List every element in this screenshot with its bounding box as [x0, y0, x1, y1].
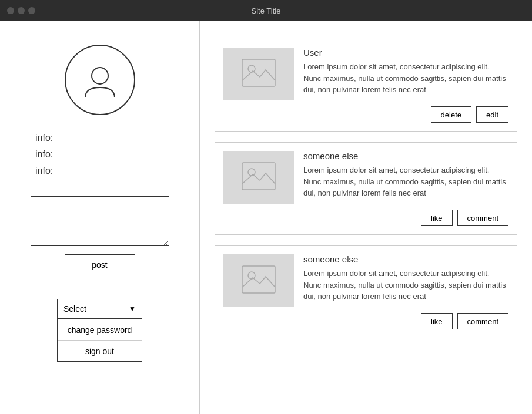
like-button-3[interactable]: like	[421, 313, 453, 329]
main-content: User Lorem ipsum dolor sit amet, consect…	[200, 21, 532, 414]
card-2-top: someone else Lorem ipsum dolor sit amet,…	[223, 151, 508, 204]
minimize-button[interactable]	[18, 7, 25, 14]
card-3-body: someone else Lorem ipsum dolor sit amet,…	[303, 254, 508, 307]
traffic-lights	[7, 7, 35, 14]
card-2-username: someone else	[303, 151, 508, 161]
card-1-top: User Lorem ipsum dolor sit amet, consect…	[223, 48, 508, 100]
card-2-text: Lorem ipsum dolor sit amet, consectetur …	[303, 164, 508, 199]
main-window: info: info: info: post Select ▼ change p…	[0, 21, 532, 414]
card-3-username: someone else	[303, 254, 508, 264]
svg-point-0	[92, 68, 108, 84]
card-1-image	[223, 48, 294, 100]
card-1-actions: delete edit	[223, 106, 508, 123]
select-label: Select	[63, 304, 86, 314]
dropdown-menu: change password sign out	[57, 319, 142, 362]
like-button-2[interactable]: like	[421, 210, 453, 226]
post-button[interactable]: post	[65, 254, 135, 275]
card-2-actions: like comment	[223, 210, 508, 226]
post-textarea[interactable]	[31, 196, 169, 246]
card-2-body: someone else Lorem ipsum dolor sit amet,…	[303, 151, 508, 204]
sign-out-item[interactable]: sign out	[58, 340, 142, 361]
svg-point-6	[248, 272, 255, 279]
card-1-username: User	[303, 48, 508, 58]
card-3-actions: like comment	[223, 313, 508, 329]
delete-button[interactable]: delete	[431, 106, 471, 123]
image-placeholder-icon	[241, 58, 276, 90]
image-placeholder-icon	[241, 161, 276, 193]
svg-point-2	[248, 65, 255, 72]
info-line-1: info:	[35, 133, 188, 143]
card-2-image	[223, 151, 294, 204]
sidebar: info: info: info: post Select ▼ change p…	[0, 21, 200, 414]
card-1: User Lorem ipsum dolor sit amet, consect…	[215, 39, 517, 132]
info-line-2: info:	[35, 149, 188, 160]
avatar	[65, 45, 135, 115]
close-button[interactable]	[7, 7, 14, 14]
maximize-button[interactable]	[28, 7, 35, 14]
card-3: someone else Lorem ipsum dolor sit amet,…	[215, 245, 517, 338]
image-placeholder-icon	[241, 265, 276, 297]
info-line-3: info:	[35, 166, 188, 176]
card-3-image	[223, 254, 294, 307]
titlebar: Site Title	[0, 0, 532, 21]
card-3-top: someone else Lorem ipsum dolor sit amet,…	[223, 254, 508, 307]
svg-rect-5	[242, 266, 275, 293]
comment-button-2[interactable]: comment	[457, 210, 508, 226]
card-3-text: Lorem ipsum dolor sit amet, consectetur …	[303, 268, 508, 302]
info-section: info: info: info:	[12, 133, 188, 182]
dropdown-container: Select ▼ change password sign out	[57, 299, 142, 362]
card-1-body: User Lorem ipsum dolor sit amet, consect…	[303, 48, 508, 100]
select-dropdown[interactable]: Select ▼	[57, 299, 142, 319]
comment-button-3[interactable]: comment	[457, 313, 508, 329]
chevron-down-icon: ▼	[129, 305, 136, 313]
svg-rect-3	[242, 163, 275, 190]
card-2: someone else Lorem ipsum dolor sit amet,…	[215, 142, 517, 235]
window-title: Site Title	[252, 6, 281, 15]
card-1-text: Lorem ipsum dolor sit amet, consectetur …	[303, 61, 508, 96]
svg-rect-1	[242, 59, 275, 86]
change-password-item[interactable]: change password	[58, 319, 142, 340]
svg-point-4	[248, 169, 255, 176]
edit-button[interactable]: edit	[476, 106, 508, 123]
